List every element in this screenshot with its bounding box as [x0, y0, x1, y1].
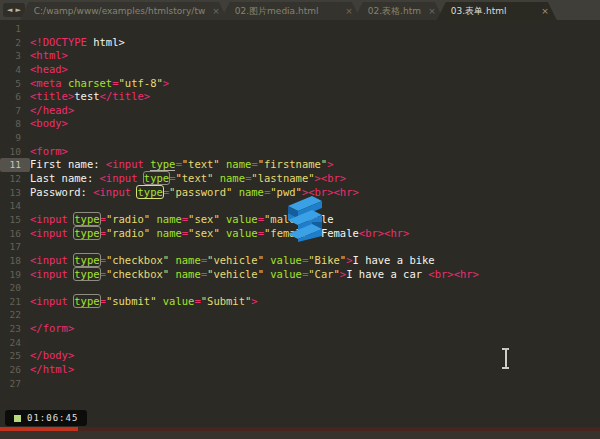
code-line[interactable]: 10<form> [0, 145, 600, 159]
code-text: <form> [30, 145, 68, 159]
code-line[interactable]: 6<title>test</title> [0, 90, 600, 104]
code-text: <input type="checkbox" name="vehicle" va… [30, 254, 435, 268]
tab-media[interactable]: 02.图片media.html × [221, 2, 361, 20]
code-line[interactable]: 22 [0, 308, 600, 322]
line-number: 19 [0, 268, 30, 282]
line-number: 5 [0, 77, 30, 91]
line-number: 22 [0, 308, 30, 322]
watermark-s-logo [280, 192, 330, 242]
tab-scroll-right-icon[interactable]: ► [15, 6, 20, 14]
line-number: 7 [0, 104, 30, 118]
tab-bar: ◄ ► C:/wamp/www/examples/htmlstory/twbin… [0, 0, 600, 20]
line-number: 10 [0, 145, 30, 159]
code-line[interactable]: 2<!DOCTYPE html> [0, 36, 600, 50]
line-number: 12 [0, 172, 30, 186]
code-line[interactable]: 5<meta charset="utf-8"> [0, 77, 600, 91]
code-text: <meta charset="utf-8"> [30, 77, 169, 91]
code-line[interactable]: 4<head> [0, 63, 600, 77]
code-text: </head> [30, 104, 74, 118]
tab-label: 03.表单.html [451, 5, 534, 18]
line-number: 18 [0, 254, 30, 268]
line-number: 14 [0, 199, 30, 213]
editor-window: ◄ ► C:/wamp/www/examples/htmlstory/twbin… [0, 0, 600, 439]
close-icon[interactable]: × [212, 6, 220, 16]
line-number: 9 [0, 131, 30, 145]
code-text: <head> [30, 63, 68, 77]
code-line[interactable]: 26</html> [0, 363, 600, 377]
tab-table[interactable]: 02.表格.html × [354, 2, 444, 20]
code-text: </html> [30, 363, 74, 377]
line-number: 27 [0, 377, 30, 391]
tab-scroll-left-icon[interactable]: ◄ [7, 6, 12, 14]
line-number: 2 [0, 36, 30, 50]
code-line[interactable]: 19<input type="checkbox" name="vehicle" … [0, 268, 600, 282]
line-number: 20 [0, 281, 30, 295]
code-line[interactable]: 1 [0, 22, 600, 36]
code-text: <input type="checkbox" name="vehicle" va… [30, 268, 479, 282]
code-text: <body> [30, 117, 68, 131]
code-line[interactable]: 20 [0, 281, 600, 295]
recording-time-text: 01:06:45 [27, 413, 78, 423]
recording-timestamp: 01:06:45 [5, 410, 87, 426]
code-text: <input type="radio" name="sex" value="fe… [30, 227, 409, 241]
code-line[interactable]: 27 [0, 377, 600, 391]
code-text: <html> [30, 49, 68, 63]
code-text: <input type="submit" value="Submit"> [30, 295, 258, 309]
code-line[interactable]: 9 [0, 131, 600, 145]
code-text: <title>test</title> [30, 90, 150, 104]
line-number: 4 [0, 63, 30, 77]
tab-file-path[interactable]: C:/wamp/www/examples/htmlstory/twbin/w × [20, 2, 228, 20]
line-number: 8 [0, 117, 30, 131]
line-number: 26 [0, 363, 30, 377]
code-text: First name: <input type="text" name="fir… [30, 158, 334, 172]
code-line[interactable]: 23</form> [0, 322, 600, 336]
code-text: Last name: <input type="text" name="last… [30, 172, 346, 186]
code-line[interactable]: 24 [0, 336, 600, 350]
close-icon[interactable]: × [428, 6, 436, 16]
line-number: 6 [0, 90, 30, 104]
line-number: 25 [0, 349, 30, 363]
line-number: 16 [0, 227, 30, 241]
tab-label: C:/wamp/www/examples/htmlstory/twbin/w [34, 6, 205, 16]
code-line[interactable]: 12Last name: <input type="text" name="la… [0, 172, 600, 186]
tab-scroll-buttons[interactable]: ◄ ► [3, 3, 25, 17]
line-number: 11 [0, 158, 30, 172]
close-icon[interactable]: × [541, 6, 549, 16]
line-number: 17 [0, 240, 30, 254]
code-text: <!DOCTYPE html> [30, 36, 125, 50]
code-line[interactable]: 7</head> [0, 104, 600, 118]
line-number: 23 [0, 322, 30, 336]
code-line[interactable]: 18<input type="checkbox" name="vehicle" … [0, 254, 600, 268]
line-number: 24 [0, 336, 30, 350]
line-number: 15 [0, 213, 30, 227]
code-line[interactable]: 11First name: <input type="text" name="f… [0, 158, 600, 172]
line-number: 1 [0, 22, 30, 36]
tab-form-active[interactable]: 03.表单.html × [437, 2, 557, 20]
code-line[interactable]: 3<html> [0, 49, 600, 63]
bottom-strip [0, 431, 600, 439]
code-text: </body> [30, 349, 74, 363]
tab-label: 02.表格.html [368, 5, 421, 18]
code-text: </form> [30, 322, 74, 336]
line-number: 13 [0, 186, 30, 200]
ibeam-cursor-icon [501, 347, 510, 370]
code-line[interactable]: 8<body> [0, 117, 600, 131]
tab-label: 02.图片media.html [235, 5, 338, 18]
code-line[interactable]: 17 [0, 240, 600, 254]
code-line[interactable]: 21<input type="submit" value="Submit"> [0, 295, 600, 309]
line-number: 3 [0, 49, 30, 63]
close-icon[interactable]: × [345, 6, 353, 16]
line-number: 21 [0, 295, 30, 309]
code-line[interactable]: 25</body> [0, 349, 600, 363]
recording-indicator-icon [14, 415, 21, 422]
